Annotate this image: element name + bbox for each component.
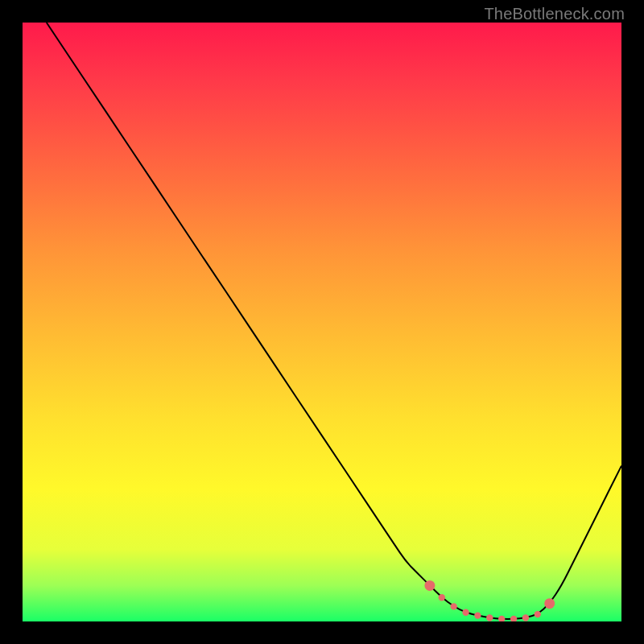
highlight-dot [510,616,517,621]
highlight-dot [486,614,493,621]
highlight-dot [535,611,541,617]
bottleneck-curve-svg [23,23,621,621]
highlight-dot [439,594,445,601]
branding-watermark: TheBottleneck.com [484,5,625,23]
highlight-dot [462,609,469,616]
bottleneck-curve-line [47,23,621,619]
highlight-dot [451,603,457,609]
chart-container: TheBottleneck.com [0,0,644,644]
highlight-dot [474,612,481,618]
highlight-dot [424,580,435,591]
highlight-dot [522,614,529,621]
highlight-dot [498,616,505,621]
optimal-range-dots [424,580,555,621]
highlight-dot [544,598,555,609]
